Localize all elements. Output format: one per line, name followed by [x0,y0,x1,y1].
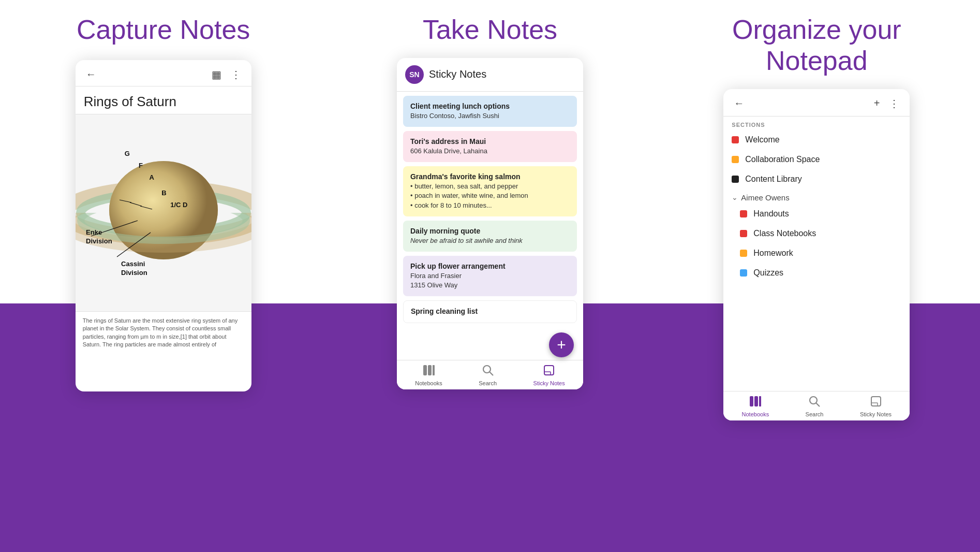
card1-body: Bistro Contoso, Jawfish Sushi [410,111,570,121]
sticky-card-5[interactable]: Pick up flower arrangement Flora and Fra… [403,256,577,296]
notebooks-icon [423,365,435,379]
org-nav-sticky-notes[interactable]: Sticky Notes [860,396,892,417]
card5-title: Pick up flower arrangement [410,262,570,270]
collab-dot [732,156,739,163]
sticky-notes-icon [543,365,555,379]
card4-title: Daily morning quote [410,227,570,235]
main-container: Capture Notes ← ▦ ⋮ Rings of Saturn [0,0,980,552]
back-button[interactable]: ← [84,67,98,81]
ann-b: B [161,189,166,197]
welcome-label: Welcome [745,135,779,144]
ann-cassini: Cassini Division [121,260,147,278]
quizzes-dot [740,269,747,277]
org-more-button[interactable]: ⋮ [887,96,901,111]
nav-notebooks-label: Notebooks [415,380,442,386]
sticky-header: SN Sticky Notes [397,58,583,92]
more-button[interactable]: ⋮ [229,67,243,82]
sticky-card-3[interactable]: Grandma's favorite king salmon • butter,… [403,166,577,216]
homework-label: Homework [753,249,793,258]
org-nav-search-label: Search [806,411,824,417]
card5-body: Flora and Frasier1315 Olive Way [410,271,570,290]
org-section-user[interactable]: ⌄ Aimee Owens [730,189,903,204]
org-section-welcome[interactable]: Welcome [730,130,903,150]
user-label: Aimee Owens [741,193,789,202]
svg-rect-17 [544,366,554,375]
note-footnote: The rings of Saturn are the most extensi… [76,311,251,354]
card3-body: • butter, lemon, sea salt, and pepper• p… [410,182,570,210]
org-nav-notebooks[interactable]: Notebooks [742,396,769,417]
ann-a: A [149,173,154,181]
sticky-card-4[interactable]: Daily morning quote Never be afraid to s… [403,221,577,252]
ann-f: F [139,162,143,169]
sticky-cards-list: Client meeting lunch options Bistro Cont… [397,92,583,360]
sticky-app-title: Sticky Notes [429,68,486,80]
org-subsection-handouts[interactable]: Handouts [738,204,903,224]
svg-rect-25 [871,397,881,406]
chevron-down-icon: ⌄ [732,193,738,201]
quizzes-label: Quizzes [753,268,783,278]
sticky-card-6[interactable]: Spring cleaning list [403,300,577,323]
org-back-button[interactable]: ← [732,96,746,110]
handouts-dot [740,210,747,217]
organize-phone: ← + ⋮ SECTIONS Welcome Collaboration Spa… [723,89,910,420]
org-subsection-classnotebooks[interactable]: Class Notebooks [738,224,903,243]
org-search-icon [809,396,820,410]
org-subsection-homework[interactable]: Homework [738,243,903,263]
saturn-drawing-area: G F A B 1/C D Enke Division Cassini Divi… [76,114,251,311]
svg-rect-13 [428,365,432,375]
ann-cd: 1/C D [170,201,187,209]
content-dot [732,176,739,183]
org-subsection-quizzes[interactable]: Quizzes [738,263,903,283]
svg-point-15 [483,366,491,373]
org-sub-list: Handouts Class Notebooks Homework Quizze… [730,204,903,283]
phone1-toolbar: ← ▦ ⋮ [76,60,251,86]
avatar-initials: SN [409,70,419,79]
ann-g: G [125,150,130,157]
org-add-button[interactable]: + [872,96,882,111]
svg-rect-12 [423,365,427,375]
nav-notebooks[interactable]: Notebooks [415,365,442,386]
org-nav-search[interactable]: Search [806,396,824,417]
nav-sticky-notes[interactable]: Sticky Notes [533,365,565,386]
homework-dot [740,250,747,257]
org-section-content-library[interactable]: Content Library [730,169,903,189]
org-sticky-icon [870,396,882,410]
welcome-dot [732,136,739,143]
card6-title: Spring cleaning list [411,307,569,315]
nav-search[interactable]: Search [479,365,497,386]
capture-notes-phone: ← ▦ ⋮ Rings of Saturn [76,60,251,391]
saturn-svg [76,114,251,285]
svg-line-16 [489,372,493,375]
classnotebooks-label: Class Notebooks [753,229,816,238]
card2-body: 606 Kalula Drive, Lahaina [410,147,570,156]
svg-rect-14 [433,365,435,375]
card1-title: Client meeting lunch options [410,102,570,110]
add-note-fab[interactable]: + [549,332,574,357]
filter-button[interactable]: ▦ [210,67,224,82]
svg-rect-20 [750,396,753,406]
take-notes-panel: Take Notes SN Sticky Notes Client meetin… [326,0,653,552]
capture-notes-heading: Capture Notes [56,0,271,56]
organize-panel: Organize yourNotepad ← + ⋮ SECTIONS Welc… [654,0,980,552]
take-notes-phone: SN Sticky Notes Client meeting lunch opt… [397,58,583,389]
ann-enke: Enke Division [86,228,112,246]
org-nav-sticky-label: Sticky Notes [860,411,892,417]
svg-line-24 [816,403,820,406]
sticky-card-1[interactable]: Client meeting lunch options Bistro Cont… [403,96,577,127]
svg-rect-22 [759,396,761,406]
card2-title: Tori's address in Maui [410,137,570,146]
org-nav-notebooks-label: Notebooks [742,411,769,417]
org-sections-list: Welcome Collaboration Space Content Libr… [723,130,910,391]
card4-body: Never be afraid to sit awhile and think [410,236,570,245]
nav-sticky-label: Sticky Notes [533,380,565,386]
phone3-bottom-nav: Notebooks Search Sticky Notes [723,391,910,420]
org-section-collab[interactable]: Collaboration Space [730,150,903,169]
nav-search-label: Search [479,380,497,386]
search-icon [482,365,494,379]
take-notes-heading: Take Notes [402,0,578,56]
organize-heading: Organize yourNotepad [711,0,922,87]
org-notebooks-icon [749,396,762,410]
sticky-card-2[interactable]: Tori's address in Maui 606 Kalula Drive,… [403,131,577,162]
collab-label: Collaboration Space [745,155,820,164]
note-title: Rings of Saturn [76,86,251,114]
